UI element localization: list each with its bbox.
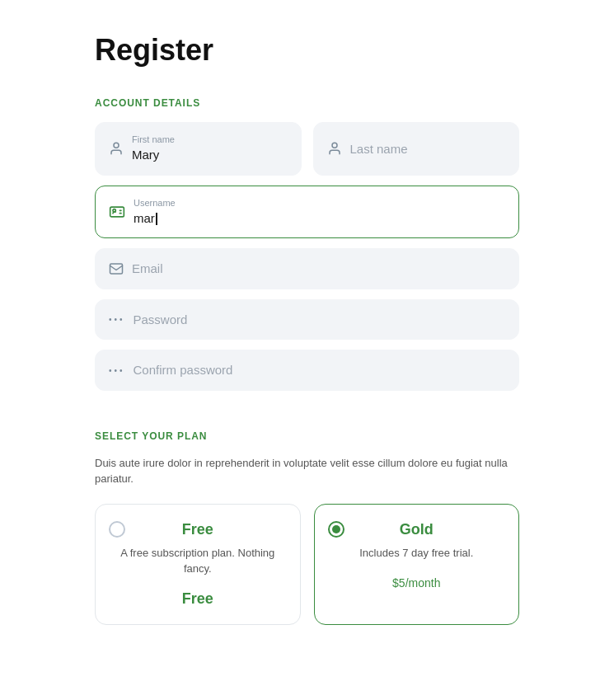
plan-section: SELECT YOUR PLAN Duis aute irure dolor i… (95, 430, 519, 625)
svg-rect-2 (110, 207, 124, 217)
free-plan-price: Free (182, 590, 213, 608)
name-row: First name Mary Last name (95, 122, 519, 176)
id-card-icon (109, 204, 125, 220)
username-content: Username mar (134, 198, 505, 227)
username-label: Username (134, 198, 505, 209)
svg-point-0 (114, 143, 119, 148)
password-content: Password (134, 312, 505, 328)
free-plan-header: Free (109, 521, 287, 538)
svg-rect-3 (110, 264, 123, 274)
first-name-content: First name Mary (132, 134, 288, 163)
plan-card-free[interactable]: Free A free subscription plan. Nothing f… (95, 504, 301, 625)
account-details-section: ACCOUNT DETAILS First name Mary (95, 97, 519, 391)
plan-cards: Free A free subscription plan. Nothing f… (95, 504, 519, 625)
password-dots-icon: ••• (109, 315, 125, 324)
free-plan-description: A free subscription plan. Nothing fancy. (109, 545, 287, 577)
first-name-label: First name (132, 134, 288, 145)
password-placeholder: Password (134, 312, 505, 328)
confirm-password-dots-icon: ••• (109, 366, 125, 375)
gold-radio-fill (332, 525, 340, 533)
confirm-password-content: Confirm password (134, 362, 505, 378)
first-name-value: Mary (132, 147, 288, 163)
page-container: Register ACCOUNT DETAILS First name Mary (0, 0, 614, 658)
svg-point-1 (332, 143, 337, 148)
email-content: Email (132, 261, 505, 277)
first-name-field[interactable]: First name Mary (95, 122, 302, 176)
free-radio[interactable] (109, 521, 125, 538)
gold-radio[interactable] (328, 521, 344, 538)
page-title: Register (95, 33, 519, 68)
plan-description: Duis aute irure dolor in reprehenderit i… (95, 455, 519, 487)
email-field[interactable]: Email (95, 248, 519, 289)
plan-section-label: SELECT YOUR PLAN (95, 430, 519, 442)
person-icon-last (327, 141, 342, 156)
username-field[interactable]: Username mar (95, 186, 519, 239)
gold-plan-price: $5/month (392, 574, 440, 591)
username-value: mar (134, 210, 505, 227)
person-icon (109, 141, 124, 156)
last-name-field[interactable]: Last name (313, 122, 520, 176)
email-placeholder: Email (132, 261, 505, 277)
gold-plan-name: Gold (400, 521, 434, 538)
free-plan-name: Free (182, 521, 213, 538)
gold-radio-container (328, 521, 344, 538)
plan-card-gold[interactable]: Gold Includes 7 day free trial. $5/month (314, 504, 520, 625)
mail-icon (109, 261, 124, 276)
text-cursor (156, 213, 157, 225)
last-name-content: Last name (350, 141, 506, 157)
last-name-placeholder: Last name (350, 141, 506, 157)
password-field[interactable]: ••• Password (95, 299, 519, 341)
confirm-password-placeholder: Confirm password (134, 362, 505, 378)
account-details-label: ACCOUNT DETAILS (95, 97, 519, 109)
free-radio-container (109, 521, 125, 538)
gold-plan-description: Includes 7 day free trial. (359, 545, 473, 561)
confirm-password-field[interactable]: ••• Confirm password (95, 350, 519, 391)
gold-plan-header: Gold (328, 521, 506, 538)
